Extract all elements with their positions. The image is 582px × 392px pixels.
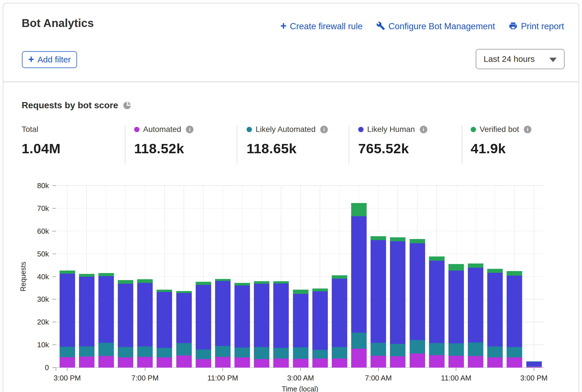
bar-segment-verified-bot	[429, 256, 445, 261]
bar-segment-likely-automated	[60, 347, 75, 357]
y-axis-tick	[52, 299, 56, 299]
stat-label: Likely Automated	[256, 125, 315, 134]
bar-segment-verified-bot	[293, 290, 308, 294]
bar-segment-likely-human	[390, 241, 405, 344]
bar-segment-verified-bot	[215, 279, 231, 281]
chevron-down-icon	[549, 58, 557, 62]
stat-value: 1.04M	[22, 141, 61, 156]
bar-16-6-00-am[interactable]	[351, 203, 367, 368]
bar-segment-likely-automated	[157, 348, 172, 357]
bar-segment-automated	[487, 357, 503, 368]
bar-3-5-00-pm[interactable]	[98, 273, 114, 368]
bar-segment-likely-human	[429, 261, 445, 343]
bar-segment-likely-automated	[273, 348, 289, 359]
info-icon[interactable]: i	[524, 126, 531, 133]
bar-8-10-00-pm[interactable]	[196, 282, 211, 368]
info-icon[interactable]: i	[320, 126, 328, 133]
print-report-link[interactable]: Print report	[509, 21, 564, 31]
bar-segment-likely-human	[215, 281, 231, 346]
time-range-dropdown[interactable]: Last 24 hours	[476, 49, 565, 69]
bar-10-12-00-am[interactable]	[234, 283, 250, 368]
bar-21-11-00-am[interactable]	[448, 264, 464, 368]
bar-segment-likely-human	[312, 291, 328, 350]
bar-segment-likely-human	[176, 293, 192, 343]
stat-divider	[349, 125, 349, 165]
bar-segment-likely-human	[234, 285, 250, 348]
bar-segment-likely-human	[293, 294, 308, 347]
stat-likely-human: Likely Humani765.52k	[358, 124, 427, 156]
stat-divider	[125, 125, 125, 165]
bar-segment-verified-bot	[332, 275, 347, 278]
stat-label: Likely Human	[367, 125, 415, 134]
stat-verified-bot: Verified boti41.9k	[471, 124, 531, 156]
y-axis-label: 30k	[18, 295, 49, 304]
bar-23-1-00-pm[interactable]	[487, 269, 503, 368]
origin-tick	[56, 368, 56, 371]
bar-25-3-00-pm[interactable]	[526, 361, 542, 368]
bar-2-4-00-pm[interactable]	[79, 274, 94, 368]
bar-segment-verified-bot	[60, 271, 75, 274]
bar-segment-verified-bot	[351, 203, 367, 216]
create-firewall-rule-link[interactable]: +Create firewall rule	[280, 21, 363, 31]
bar-14-4-00-am[interactable]	[312, 289, 328, 368]
bar-segment-likely-automated	[448, 343, 464, 356]
bar-18-8-00-am[interactable]	[390, 237, 405, 368]
bar-segment-likely-human	[98, 276, 114, 343]
bar-segment-automated	[157, 357, 172, 368]
bar-6-8-00-pm[interactable]	[157, 290, 172, 368]
stat-label: Automated	[143, 125, 181, 134]
x-axis-label: 3:00 PM	[509, 374, 559, 382]
bar-1-3-00-pm[interactable]	[60, 271, 75, 368]
bar-9-11-00-pm[interactable]	[215, 279, 231, 368]
configure-bot-management-link[interactable]: Configure Bot Management	[376, 21, 495, 31]
y-axis-label: 10k	[18, 341, 49, 349]
y-axis-tick	[52, 185, 56, 186]
bar-11-1-00-am[interactable]	[254, 281, 269, 368]
info-icon[interactable]: i	[186, 126, 193, 133]
x-axis-tick	[456, 368, 456, 371]
bar-segment-automated	[371, 356, 386, 368]
bar-13-3-00-am[interactable]	[293, 290, 308, 368]
add-filter-button[interactable]: + Add filter	[22, 51, 77, 68]
bar-segment-likely-human	[79, 277, 94, 346]
action-label: Configure Bot Management	[389, 21, 495, 31]
bar-segment-likely-automated	[507, 347, 522, 357]
x-axis-label: 3:00 AM	[275, 374, 326, 382]
wrench-icon	[376, 21, 385, 31]
bar-segment-automated	[254, 359, 269, 368]
bar-12-2-00-am[interactable]	[273, 281, 289, 368]
stat-value: 765.52k	[358, 141, 427, 156]
bar-segment-verified-bot	[371, 236, 386, 240]
bar-segment-automated	[468, 356, 483, 368]
bar-24-2-00-pm[interactable]	[507, 271, 522, 368]
bar-segment-automated	[429, 355, 445, 368]
bar-segment-automated	[448, 356, 464, 368]
legend-dot	[358, 127, 364, 132]
bar-segment-automated	[79, 357, 94, 368]
bar-segment-verified-bot	[487, 269, 503, 273]
bar-20-10-00-am[interactable]	[429, 256, 445, 368]
bar-17-7-00-am[interactable]	[371, 236, 386, 368]
bar-7-9-00-pm[interactable]	[176, 291, 192, 368]
bar-segment-likely-automated	[254, 347, 269, 359]
stat-value: 118.65k	[247, 141, 328, 156]
bar-segment-likely-human	[448, 271, 464, 343]
bar-segment-automated	[176, 355, 192, 368]
bar-segment-likely-automated	[234, 348, 250, 358]
info-icon[interactable]: i	[420, 126, 427, 133]
bar-segment-likely-automated	[487, 346, 503, 357]
stat-total: Total1.04M	[22, 124, 61, 156]
bar-segment-verified-bot	[448, 264, 464, 271]
bar-4-6-00-pm[interactable]	[118, 280, 133, 368]
bar-5-7-00-pm[interactable]	[137, 279, 153, 368]
bar-segment-verified-bot	[312, 289, 328, 291]
bar-segment-likely-automated	[176, 343, 192, 355]
bar-15-5-00-am[interactable]	[332, 275, 347, 368]
bar-19-9-00-am[interactable]	[410, 239, 425, 368]
bar-22-12-00-pm[interactable]	[468, 263, 483, 368]
grid-line-horizontal	[56, 208, 544, 209]
action-label: Print report	[521, 21, 564, 31]
bar-segment-automated	[293, 359, 308, 368]
x-axis-title: Time (local)	[258, 385, 342, 392]
y-axis-label: 20k	[18, 318, 49, 326]
